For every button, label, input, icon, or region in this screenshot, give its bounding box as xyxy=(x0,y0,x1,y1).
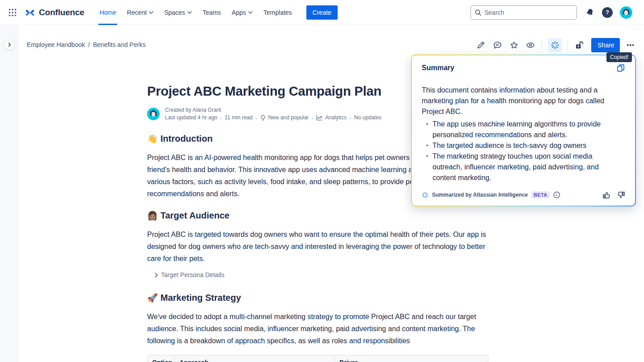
collapsed-sidebar xyxy=(0,25,18,362)
chevron-right-icon xyxy=(154,273,158,278)
table-header-driver: Driver xyxy=(335,355,488,362)
read-time: 11 min read xyxy=(225,114,252,122)
nav-item-spaces[interactable]: Spaces xyxy=(163,0,193,25)
summary-bullet: The marketing strategy touches upon soci… xyxy=(432,151,619,183)
nav-item-home[interactable]: Home xyxy=(98,0,117,25)
feedback-buttons xyxy=(601,190,626,200)
bell-icon xyxy=(585,8,595,17)
comment-icon xyxy=(493,41,502,50)
summary-footer: Summarized by Atlassian Intelligence BET… xyxy=(422,190,626,200)
table-header-option: Option xyxy=(148,355,175,362)
thumbs-up-button[interactable] xyxy=(601,190,611,200)
breadcrumb: Employee Handbook / Benefits and Perks xyxy=(27,41,145,48)
favorite-button[interactable] xyxy=(508,40,519,51)
popular-badge: New and popular xyxy=(268,114,309,122)
table-header-row: Option Approach Driver xyxy=(148,355,488,362)
create-button[interactable]: Create xyxy=(306,5,338,20)
thumbs-down-button[interactable] xyxy=(616,190,626,200)
summary-title: Summary xyxy=(422,63,454,73)
summary-bullet: The targeted audience is tech-savvy dog … xyxy=(432,140,619,151)
sidebar-expand-button[interactable] xyxy=(4,39,15,50)
wave-emoji: 👋 xyxy=(147,135,158,143)
updates-status: No updates xyxy=(354,114,381,122)
confluence-logo-icon xyxy=(24,7,36,18)
notifications-button[interactable] xyxy=(585,8,595,17)
strategy-table: Option Approach Driver xyxy=(147,355,488,362)
avatar-icon xyxy=(620,6,632,19)
byline-meta: Last updated 4 hr ago · 11 min read · Ne… xyxy=(165,114,381,122)
table-header-approach: Approach xyxy=(175,355,335,362)
more-actions-button[interactable]: ••• xyxy=(626,42,636,49)
thumbs-up-icon xyxy=(602,191,610,199)
person-emoji: 👩🏽 xyxy=(147,211,158,220)
ai-sparkle-icon xyxy=(422,192,428,198)
chevron-right-icon xyxy=(8,42,12,47)
last-updated[interactable]: Last updated 4 hr ago xyxy=(165,114,217,122)
thumbs-down-icon xyxy=(617,191,626,199)
nav-item-recent[interactable]: Recent xyxy=(126,0,154,25)
app-switcher-icon[interactable] xyxy=(5,5,20,20)
chevron-down-icon xyxy=(149,11,153,14)
primary-nav: Home Recent Spaces Teams Apps Templates xyxy=(94,0,297,25)
confluence-logo-text: Confluence xyxy=(39,8,84,17)
search-box[interactable] xyxy=(470,5,577,20)
copied-tooltip: Copied! xyxy=(606,52,632,62)
section-heading-target-audience: 👩🏽 Target Audience xyxy=(147,210,488,221)
expand-label: Target Persona Details xyxy=(161,271,225,278)
unlock-icon xyxy=(575,41,584,50)
confluence-page: Confluence Home Recent Spaces Teams Apps xyxy=(0,0,644,362)
help-button[interactable]: ? xyxy=(602,7,613,18)
watch-button[interactable] xyxy=(525,40,536,51)
pencil-icon xyxy=(476,41,485,50)
breadcrumb-page[interactable]: Benefits and Perks xyxy=(93,41,146,48)
target-audience-paragraph: Project ABC is targeted towards dog owne… xyxy=(147,228,488,265)
lightbulb-icon xyxy=(260,115,266,121)
top-nav: Confluence Home Recent Spaces Teams Apps xyxy=(0,0,644,25)
beta-badge: BETA xyxy=(531,191,549,198)
nav-item-teams[interactable]: Teams xyxy=(202,0,222,25)
ai-sparkle-icon xyxy=(551,41,559,50)
chevron-down-icon xyxy=(187,11,192,14)
atlassian-intelligence-button[interactable] xyxy=(548,38,562,52)
share-button[interactable]: Share xyxy=(591,38,620,52)
info-icon[interactable] xyxy=(553,191,560,198)
help-question-glyph: ? xyxy=(606,9,609,16)
section-heading-marketing-strategy: 🚀 Marketing Strategy xyxy=(147,292,488,303)
edit-button[interactable] xyxy=(475,40,486,51)
copy-icon xyxy=(616,63,625,72)
grid-icon xyxy=(8,8,17,17)
rocket-emoji: 🚀 xyxy=(147,294,158,303)
star-icon xyxy=(509,41,519,50)
page-toolbar: Share ••• xyxy=(475,38,636,52)
search-icon xyxy=(475,9,482,16)
summary-bullet: The app uses machine learning algorithms… xyxy=(432,119,619,140)
breadcrumb-space[interactable]: Employee Handbook xyxy=(27,41,85,48)
ai-summary-panel: Summary This document contains informati… xyxy=(411,55,636,206)
user-avatar[interactable] xyxy=(620,6,632,19)
summary-attribution: Summarized by Atlassian Intelligence xyxy=(432,192,528,198)
toolbar-divider xyxy=(568,40,568,51)
created-by: Created by Alana Grant xyxy=(165,106,381,114)
eye-icon xyxy=(525,41,535,50)
confluence-logo[interactable]: Confluence xyxy=(24,7,84,18)
comments-button[interactable] xyxy=(492,40,503,51)
toolbar-divider xyxy=(542,40,542,51)
analytics-link[interactable]: Analytics xyxy=(325,114,347,122)
summary-bullet-list: The app uses machine learning algorithms… xyxy=(422,119,619,183)
summary-intro: This document contains information about… xyxy=(422,85,619,117)
nav-item-templates[interactable]: Templates xyxy=(263,0,293,25)
restrictions-button[interactable] xyxy=(574,40,585,51)
copy-summary-button[interactable] xyxy=(615,63,626,73)
nav-right-cluster: ? xyxy=(585,6,632,19)
nav-item-apps[interactable]: Apps xyxy=(231,0,254,25)
author-avatar[interactable] xyxy=(147,108,160,120)
search-input[interactable] xyxy=(484,9,573,16)
expand-target-persona[interactable]: Target Persona Details xyxy=(147,271,488,278)
analytics-icon xyxy=(316,115,322,121)
breadcrumb-separator: / xyxy=(88,41,90,48)
marketing-strategy-paragraph: We've decided to adopt a multi-channel m… xyxy=(147,311,488,347)
chevron-down-icon xyxy=(248,11,253,14)
